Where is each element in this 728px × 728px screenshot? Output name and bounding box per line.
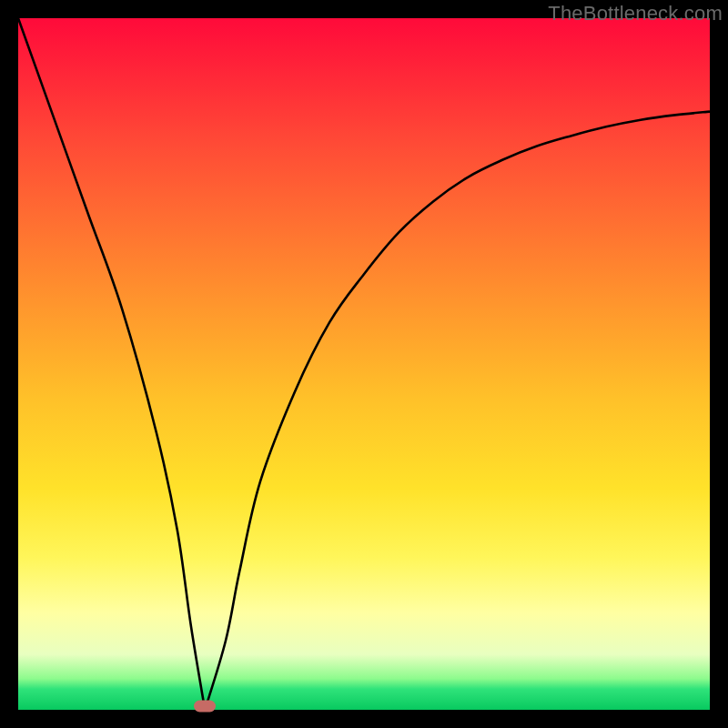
- curve-path: [18, 18, 710, 710]
- chart-frame: [18, 18, 710, 710]
- bottleneck-curve: [18, 18, 710, 710]
- optimum-marker: [194, 701, 216, 713]
- watermark-text: TheBottleneck.com: [548, 2, 723, 25]
